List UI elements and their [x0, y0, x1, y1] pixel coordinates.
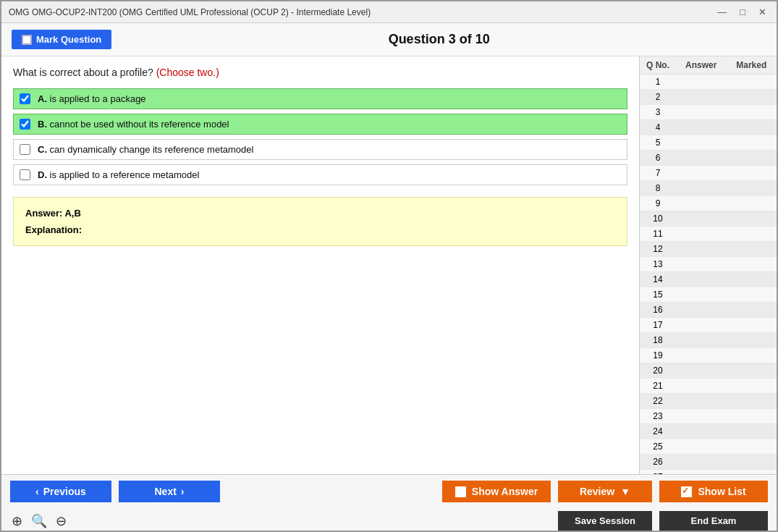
option-checkbox-c[interactable] [20, 144, 30, 155]
sidebar-row-16[interactable]: 16 [640, 303, 777, 318]
sidebar-row-15[interactable]: 15 [640, 287, 777, 303]
sidebar: Q No. Answer Marked 1 2 3 4 5 6 7 8 9 10… [639, 56, 777, 474]
option-label-a: A. is applied to a package [38, 93, 146, 104]
sidebar-row-4[interactable]: 4 [640, 120, 777, 135]
sidebar-row-8[interactable]: 8 [640, 181, 777, 196]
zoom-reset-button[interactable]: 🔍 [30, 513, 48, 529]
option-label-d: D. is applied to a reference metamodel [38, 169, 199, 180]
sidebar-row-10[interactable]: 10 [640, 211, 777, 227]
option-row-a[interactable]: A. is applied to a package [13, 88, 627, 109]
option-row-c[interactable]: C. can dynamically change its reference … [13, 139, 627, 160]
sidebar-row-27[interactable]: 27 [640, 470, 777, 474]
sidebar-row-2[interactable]: 2 [640, 90, 777, 105]
sidebar-row-25[interactable]: 25 [640, 439, 777, 455]
show-answer-button[interactable]: Show Answer [442, 481, 551, 502]
option-checkbox-a[interactable] [20, 93, 30, 104]
show-list-check-icon [681, 486, 692, 497]
save-session-button[interactable]: Save Session [558, 511, 652, 531]
option-checkbox-b[interactable] [20, 119, 30, 130]
sidebar-row-5[interactable]: 5 [640, 135, 777, 151]
bottom-bar: ‹ Previous Next › Show Answer Review ▼ S… [1, 474, 777, 532]
sidebar-row-14[interactable]: 14 [640, 272, 777, 287]
option-row-b[interactable]: B. cannot be used without its reference … [13, 114, 627, 135]
next-button[interactable]: Next › [119, 481, 220, 502]
mark-question-label: Mark Question [36, 34, 101, 45]
previous-button[interactable]: ‹ Previous [10, 481, 111, 502]
mark-question-button[interactable]: Mark Question [12, 30, 111, 49]
maximize-button[interactable]: □ [737, 7, 748, 17]
nav-row: ‹ Previous Next › Show Answer Review ▼ S… [1, 475, 777, 508]
close-button[interactable]: ✕ [756, 7, 769, 17]
sidebar-row-11[interactable]: 11 [640, 227, 777, 242]
sidebar-col-qno: Q No. [640, 56, 676, 74]
sidebar-row-1[interactable]: 1 [640, 75, 777, 90]
answer-box: Answer: A,B Explanation: [13, 197, 627, 246]
option-row-d[interactable]: D. is applied to a reference metamodel [13, 164, 627, 185]
question-counter: Question 3 of 10 [111, 32, 766, 47]
window-controls: — □ ✕ [714, 7, 769, 17]
sidebar-row-26[interactable]: 26 [640, 455, 777, 470]
sidebar-row-20[interactable]: 20 [640, 363, 777, 379]
sidebar-col-answer: Answer [676, 56, 727, 74]
sidebar-col-marked: Marked [727, 56, 777, 74]
titlebar-title: OMG OMG-OCUP2-INT200 (OMG Certified UML … [9, 7, 371, 17]
answer-value: Answer: A,B [25, 208, 615, 219]
zoom-out-button[interactable]: ⊖ [54, 513, 68, 529]
main-layout: What is correct about a profile? (Choose… [1, 56, 777, 474]
option-label-c: C. can dynamically change its reference … [38, 144, 253, 155]
sidebar-row-3[interactable]: 3 [640, 105, 777, 120]
sidebar-row-13[interactable]: 13 [640, 257, 777, 272]
show-answer-icon [455, 486, 466, 497]
sidebar-row-24[interactable]: 24 [640, 424, 777, 439]
show-list-label: Show List [698, 486, 745, 497]
sidebar-header: Q No. Answer Marked [640, 56, 777, 75]
explanation-label: Explanation: [25, 224, 615, 235]
question-area: What is correct about a profile? (Choose… [1, 56, 639, 474]
question-text: What is correct about a profile? (Choose… [13, 67, 627, 78]
next-arrow-icon: › [181, 486, 185, 497]
sidebar-row-22[interactable]: 22 [640, 394, 777, 409]
titlebar: OMG OMG-OCUP2-INT200 (OMG Certified UML … [1, 1, 777, 23]
sidebar-row-12[interactable]: 12 [640, 242, 777, 257]
action-row: ⊕ 🔍 ⊖ Save Session End Exam [1, 508, 777, 532]
choose-indicator: (Choose two.) [156, 67, 219, 78]
prev-arrow-icon: ‹ [35, 486, 39, 497]
minimize-button[interactable]: — [714, 7, 730, 17]
sidebar-row-6[interactable]: 6 [640, 151, 777, 166]
review-arrow-icon: ▼ [620, 486, 630, 497]
end-exam-button[interactable]: End Exam [659, 511, 768, 531]
sidebar-row-19[interactable]: 19 [640, 348, 777, 363]
sidebar-row-21[interactable]: 21 [640, 379, 777, 394]
sidebar-row-7[interactable]: 7 [640, 166, 777, 181]
next-label: Next [154, 486, 176, 497]
sidebar-row-23[interactable]: 23 [640, 409, 777, 424]
review-label: Review [580, 486, 614, 497]
sidebar-row-17[interactable]: 17 [640, 318, 777, 333]
zoom-in-button[interactable]: ⊕ [10, 513, 24, 529]
show-answer-label: Show Answer [472, 486, 538, 497]
zoom-group: ⊕ 🔍 ⊖ [10, 513, 68, 529]
show-list-button[interactable]: Show List [659, 481, 768, 502]
previous-label: Previous [43, 486, 86, 497]
sidebar-row-9[interactable]: 9 [640, 196, 777, 211]
review-button[interactable]: Review ▼ [558, 481, 652, 502]
sidebar-row-18[interactable]: 18 [640, 333, 777, 348]
toolbar: Mark Question Question 3 of 10 [1, 23, 777, 56]
option-checkbox-d[interactable] [20, 169, 30, 180]
option-label-b: B. cannot be used without its reference … [38, 119, 229, 130]
mark-checkbox-icon [22, 35, 32, 45]
